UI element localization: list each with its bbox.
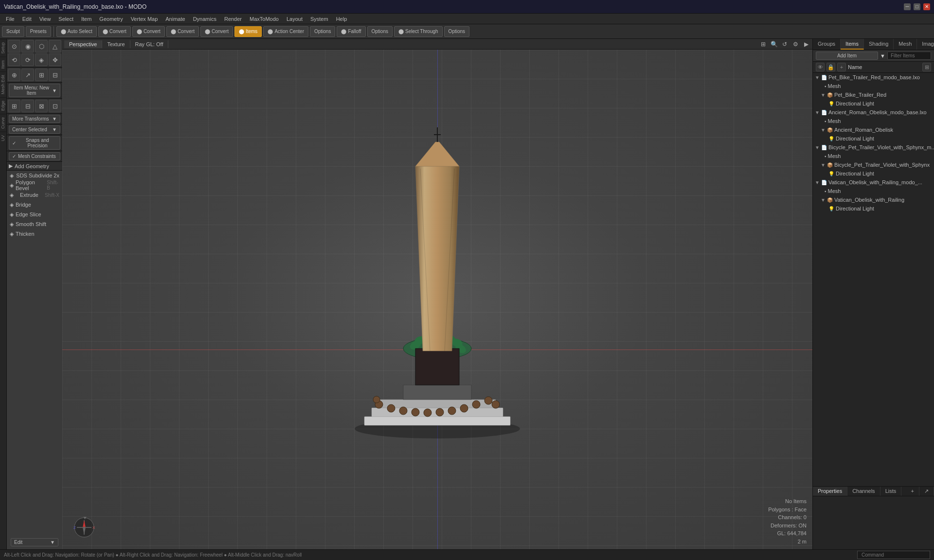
vp-icon-1[interactable]: ⊞ xyxy=(759,40,768,49)
vp-icon-3[interactable]: ↺ xyxy=(780,40,789,49)
action-center-button[interactable]: ⬤ Action Center xyxy=(263,26,308,37)
bt-tab-fullscreen[interactable]: ↗ xyxy=(919,487,934,496)
tool-icon-9[interactable]: ⊕ xyxy=(8,69,20,81)
convert4-button[interactable]: ⬤ Convert xyxy=(200,26,233,37)
more-transforms-button[interactable]: More Transforms ▼ xyxy=(9,115,60,123)
vlabel-curve[interactable]: Curve xyxy=(0,114,6,132)
tree-item-vatican[interactable]: ▼ 📦 Vatican_Obelisk_with_Railing xyxy=(813,195,934,204)
tool-smooth-shift[interactable]: ◈ Smooth Shift xyxy=(7,219,62,229)
bt-tab-lists[interactable]: Lists xyxy=(880,487,902,496)
convert1-button[interactable]: ⬤ Convert xyxy=(98,26,131,37)
close-button[interactable]: ✕ xyxy=(923,3,930,10)
rs-tab-shading[interactable]: Shading xyxy=(864,39,894,50)
tree-item-dir-light-2[interactable]: 💡 Directional Light xyxy=(813,134,934,143)
add-geometry-header[interactable]: ▶ Add Geometry xyxy=(7,162,62,170)
tree-item-roman-file[interactable]: ▼ 📄 Ancient_Roman_Obelisk_modo_base.lxo xyxy=(813,108,934,117)
menu-help[interactable]: Help xyxy=(332,15,351,23)
transform-icon-1[interactable]: ⊞ xyxy=(8,100,20,112)
transform-icon-2[interactable]: ⊟ xyxy=(21,100,34,112)
filter-input[interactable] xyxy=(887,52,931,60)
convert3-button[interactable]: ⬤ Convert xyxy=(166,26,199,37)
tool-icon-7[interactable]: ◈ xyxy=(35,53,48,66)
minimize-button[interactable]: ─ xyxy=(904,3,911,10)
falloff-button[interactable]: ⬤ Falloff xyxy=(337,26,365,37)
tool-icon-12[interactable]: ⊟ xyxy=(49,69,61,81)
menu-geometry[interactable]: Geometry xyxy=(95,15,126,23)
tool-icon-8[interactable]: ✥ xyxy=(49,53,61,66)
transform-icon-4[interactable]: ⊡ xyxy=(49,100,61,112)
snaps-button[interactable]: ✓ Snaps and Precision xyxy=(9,136,60,150)
vp-icon-5[interactable]: ▶ xyxy=(802,40,810,49)
rs-tab-items[interactable]: Items xyxy=(841,39,864,50)
tool-extrude[interactable]: ◈ Extrude Shift-X xyxy=(7,190,62,200)
menu-edit[interactable]: Edit xyxy=(18,15,36,23)
tool-icon-11[interactable]: ⊞ xyxy=(35,69,48,81)
tool-icon-1[interactable]: ⊙ xyxy=(8,40,20,52)
tree-item-dir-light-4[interactable]: 💡 Directional Light xyxy=(813,204,934,213)
il-icon-add[interactable]: + xyxy=(837,63,846,71)
options2-button[interactable]: Options xyxy=(367,26,393,37)
sculpt-button[interactable]: Sculpt xyxy=(2,26,24,37)
menu-layout[interactable]: Layout xyxy=(283,15,306,23)
bt-tab-expand[interactable]: + xyxy=(906,487,919,496)
tree-item-pet-bike[interactable]: ▼ 📦 Pet_Bike_Trailer_Red xyxy=(813,90,934,99)
tree-item-pet-bike-file[interactable]: ▼ 📄 Pet_Bike_Trailer_Red_modo_base.lxo xyxy=(813,73,934,82)
vlabel-edge[interactable]: Edge xyxy=(0,97,6,114)
items-button[interactable]: ⬤ Items xyxy=(234,26,262,37)
rs-tab-mesh[interactable]: Mesh xyxy=(894,39,917,50)
tree-item-dir-light-3[interactable]: 💡 Directional Light xyxy=(813,169,934,178)
tree-item-roman[interactable]: ▼ 📦 Ancient_Roman_Obelisk xyxy=(813,125,934,134)
menu-dynamics[interactable]: Dynamics xyxy=(189,15,220,23)
tree-item-mesh-4[interactable]: ▪ Mesh xyxy=(813,187,934,195)
il-icon-sort[interactable]: ⊞ xyxy=(922,63,931,71)
rs-tab-groups[interactable]: Groups xyxy=(813,39,841,50)
vp-tab-texture[interactable]: Texture xyxy=(102,40,130,48)
tree-item-vatican-file[interactable]: ▼ 📄 Vatican_Obelisk_with_Railing_modo_..… xyxy=(813,178,934,187)
tree-item-bicycle[interactable]: ▼ 📦 Bicycle_Pet_Trailer_Violet_with_Sphy… xyxy=(813,160,934,169)
rs-tab-images[interactable]: Images xyxy=(917,39,934,50)
tool-thicken[interactable]: ◈ Thicken xyxy=(7,229,62,239)
vp-icon-4[interactable]: ⚙ xyxy=(791,40,800,49)
bt-tab-properties[interactable]: Properties xyxy=(813,487,847,496)
tree-item-mesh-3[interactable]: ▪ Mesh xyxy=(813,152,934,160)
vlabel-uv[interactable]: UV xyxy=(0,132,6,144)
presets-button[interactable]: Presets xyxy=(26,26,51,37)
command-input[interactable] xyxy=(857,551,930,559)
tool-polygon-bevel[interactable]: ◈ Polygon Bevel Shift-B xyxy=(7,180,62,190)
menu-maxtomodo[interactable]: MaxToModo xyxy=(246,15,283,23)
tool-icon-6[interactable]: ⟳ xyxy=(21,53,34,66)
select-through-button[interactable]: ⬤ Select Through xyxy=(394,26,443,37)
tool-edge-slice[interactable]: ◈ Edge Slice xyxy=(7,210,62,219)
viewport-canvas[interactable]: No Items Polygons : Face Channels: 0 Def… xyxy=(62,50,812,549)
auto-select-button[interactable]: ⬤ Auto Select xyxy=(56,26,97,37)
menu-render[interactable]: Render xyxy=(220,15,246,23)
mesh-constraints-button[interactable]: ✓ Mesh Constraints xyxy=(9,152,60,160)
options1-button[interactable]: Options xyxy=(310,26,335,37)
menu-vertex-map[interactable]: Vertex Map xyxy=(127,15,162,23)
menu-select[interactable]: Select xyxy=(54,15,77,23)
menu-system[interactable]: System xyxy=(306,15,332,23)
vlabel-setup[interactable]: Setup xyxy=(0,39,6,57)
menu-view[interactable]: View xyxy=(36,15,55,23)
item-menu-button[interactable]: Item Menu: New Item ▼ xyxy=(9,84,60,97)
tool-bridge[interactable]: ◈ Bridge xyxy=(7,200,62,210)
tree-item-dir-light-1[interactable]: 💡 Directional Light xyxy=(813,99,934,108)
menu-animate[interactable]: Animate xyxy=(162,15,189,23)
maximize-button[interactable]: □ xyxy=(914,3,920,10)
menu-item[interactable]: Item xyxy=(77,15,95,23)
tool-icon-4[interactable]: △ xyxy=(49,40,61,52)
tool-icon-2[interactable]: ◉ xyxy=(21,40,34,52)
vlabel-mesh-edit[interactable]: Mesh Edit xyxy=(0,71,6,97)
vp-tab-raygl[interactable]: Ray GL: Off xyxy=(130,40,169,48)
tree-item-mesh-1[interactable]: ▪ Mesh xyxy=(813,82,934,90)
bt-tab-channels[interactable]: Channels xyxy=(847,487,880,496)
add-item-button[interactable]: Add Item xyxy=(816,52,878,60)
menu-file[interactable]: File xyxy=(2,15,18,23)
transform-icon-3[interactable]: ⊠ xyxy=(35,100,48,112)
tree-item-mesh-2[interactable]: ▪ Mesh xyxy=(813,117,934,125)
tree-item-bicycle-file[interactable]: ▼ 📄 Bicycle_Pet_Trailer_Violet_with_Sphy… xyxy=(813,143,934,152)
tool-icon-3[interactable]: ⬡ xyxy=(35,40,48,52)
center-selected-button[interactable]: Center Selected ▼ xyxy=(9,125,60,134)
options3-button[interactable]: Options xyxy=(444,26,469,37)
il-icon-eye[interactable]: 👁 xyxy=(816,63,825,71)
